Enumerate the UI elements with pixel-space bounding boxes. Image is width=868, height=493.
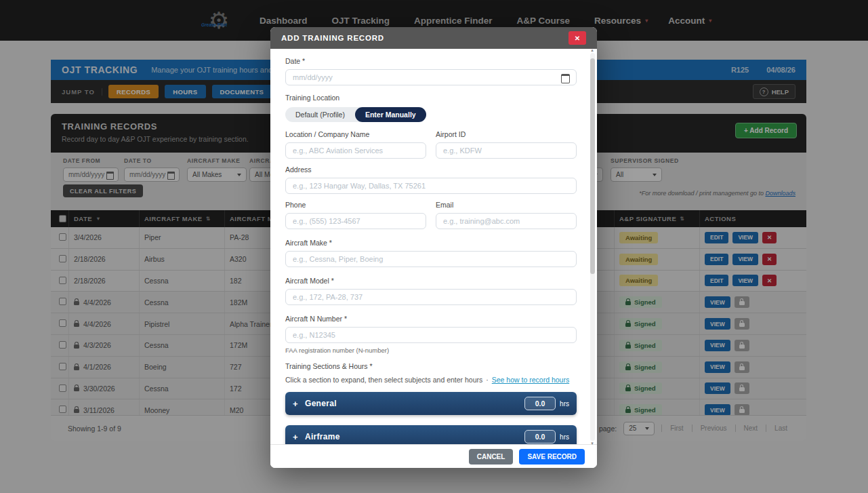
- hours-unit-label: hrs: [560, 433, 569, 441]
- email-label: Email: [436, 201, 577, 209]
- add-training-record-modal: ADD TRAINING RECORD ✕ Date * Training Lo…: [270, 27, 597, 468]
- phone-field[interactable]: [286, 217, 426, 225]
- section-hours-input[interactable]: 0.0: [524, 430, 556, 443]
- address-field[interactable]: [286, 182, 576, 190]
- training-location-label: Training Location: [285, 94, 577, 102]
- section-hours-input[interactable]: 0.0: [524, 397, 556, 410]
- modal-scrollbar[interactable]: [590, 53, 595, 441]
- section-accordion[interactable]: + Airframe 0.0 hrs: [285, 425, 577, 445]
- location-company-field[interactable]: [286, 146, 426, 155]
- training-location-toggle: Default (Profile) Enter Manually: [285, 107, 426, 122]
- expand-plus-icon: +: [293, 432, 305, 442]
- airport-id-field[interactable]: [436, 146, 576, 155]
- address-input[interactable]: [285, 178, 577, 194]
- modal-body: Date * Training Location Default (Profil…: [270, 49, 597, 445]
- aircraft-model-label: Aircraft Model *: [285, 277, 577, 285]
- record-hours-link[interactable]: See how to record hours: [492, 376, 569, 384]
- n-number-label: Aircraft N Number *: [285, 315, 577, 323]
- toggle-enter-manually[interactable]: Enter Manually: [355, 107, 426, 122]
- location-company-input[interactable]: [285, 142, 426, 159]
- hours-unit-label: hrs: [560, 400, 569, 408]
- sections-accordions: + General 0.0 hrs + Airframe 0.0 hrs: [285, 392, 577, 445]
- aircraft-model-input[interactable]: [285, 289, 577, 305]
- modal-header: ADD TRAINING RECORD ✕: [270, 27, 597, 49]
- scrollbar-thumb[interactable]: [590, 58, 595, 274]
- save-record-button[interactable]: SAVE RECORD: [519, 449, 585, 465]
- n-number-input[interactable]: [285, 327, 577, 343]
- n-number-help: FAA registration number (N-number): [285, 347, 577, 354]
- phone-input[interactable]: [285, 213, 426, 229]
- close-button[interactable]: ✕: [569, 31, 586, 45]
- calendar-icon: [561, 74, 570, 83]
- address-label: Address: [285, 165, 577, 174]
- cancel-button[interactable]: CANCEL: [469, 449, 514, 465]
- modal-title: ADD TRAINING RECORD: [281, 34, 384, 42]
- location-company-label: Location / Company Name: [285, 130, 426, 138]
- toggle-default-profile[interactable]: Default (Profile): [285, 107, 355, 122]
- phone-label: Phone: [285, 201, 426, 209]
- airport-id-label: Airport ID: [436, 130, 577, 138]
- date-input[interactable]: [285, 69, 577, 85]
- date-field[interactable]: [286, 73, 576, 81]
- section-accordion[interactable]: + General 0.0 hrs: [285, 392, 577, 415]
- section-name: General: [305, 399, 337, 408]
- expand-plus-icon: +: [293, 399, 305, 409]
- scroll-up-icon[interactable]: ▴: [590, 47, 595, 53]
- app-root: ⚙ Grease Pilot Dashboard OJT Tracking Ap…: [0, 0, 868, 493]
- date-label: Date *: [285, 57, 577, 65]
- aircraft-make-label: Aircraft Make *: [285, 239, 577, 247]
- section-name: Airframe: [305, 432, 340, 441]
- airport-id-input[interactable]: [436, 142, 577, 159]
- modal-footer: CANCEL SAVE RECORD: [270, 444, 597, 468]
- sections-hours-label: Training Sections & Hours *: [285, 362, 577, 370]
- email-input[interactable]: [436, 213, 577, 229]
- aircraft-model-field[interactable]: [286, 293, 576, 301]
- email-field[interactable]: [436, 217, 576, 225]
- sections-hint: Click a section to expand, then select s…: [285, 376, 577, 384]
- n-number-field[interactable]: [286, 331, 576, 339]
- scroll-down-icon[interactable]: ▾: [590, 441, 595, 446]
- aircraft-make-input[interactable]: [285, 251, 577, 267]
- aircraft-make-field[interactable]: [286, 255, 576, 263]
